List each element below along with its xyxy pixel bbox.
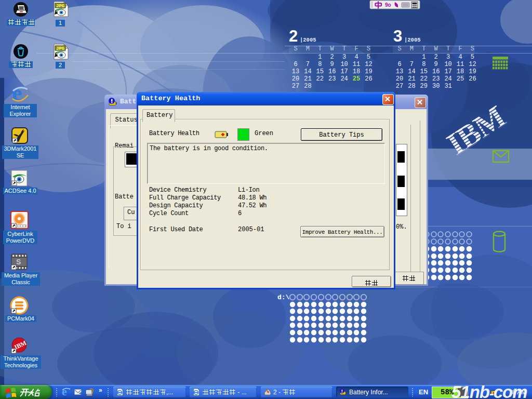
svg-text:|2005: |2005 xyxy=(300,37,316,43)
svg-text:2: 2 xyxy=(434,54,438,61)
svg-text:7: 7 xyxy=(306,61,310,68)
svg-text:16: 16 xyxy=(328,68,336,75)
svg-text:22: 22 xyxy=(420,75,428,83)
svg-text:10: 10 xyxy=(444,61,451,68)
svg-text:28: 28 xyxy=(304,83,311,90)
svg-text:19: 19 xyxy=(469,68,476,75)
svg-text:13: 13 xyxy=(292,68,299,75)
svg-text:14: 14 xyxy=(408,68,415,75)
svg-text:2: 2 xyxy=(330,54,334,61)
svg-text:23: 23 xyxy=(432,75,440,83)
svg-text:4: 4 xyxy=(458,54,462,61)
svg-text:15: 15 xyxy=(316,68,324,75)
svg-text:6: 6 xyxy=(397,61,401,68)
svg-text:6: 6 xyxy=(294,61,297,68)
svg-text:5: 5 xyxy=(367,54,370,61)
svg-text:JPG: JPG xyxy=(56,46,64,51)
svg-text:7: 7 xyxy=(410,61,414,68)
svg-text:18: 18 xyxy=(457,68,464,75)
svg-text:26: 26 xyxy=(469,75,476,83)
svg-text:25: 25 xyxy=(353,75,360,83)
svg-text:22: 22 xyxy=(316,75,324,83)
svg-text:28: 28 xyxy=(408,83,415,90)
svg-text:5: 5 xyxy=(471,54,474,61)
svg-text:1: 1 xyxy=(422,54,425,61)
svg-text:18: 18 xyxy=(353,68,360,75)
svg-text:19: 19 xyxy=(365,68,372,75)
svg-text:3: 3 xyxy=(393,27,402,45)
svg-text:21: 21 xyxy=(408,75,415,83)
svg-text:23: 23 xyxy=(328,75,336,83)
svg-text:25: 25 xyxy=(457,75,464,83)
svg-text:8: 8 xyxy=(422,61,425,68)
svg-text:1: 1 xyxy=(318,54,322,61)
svg-text:JPG: JPG xyxy=(56,4,64,9)
svg-text:27: 27 xyxy=(396,83,403,90)
svg-text:|2005: |2005 xyxy=(404,37,421,43)
svg-text:11: 11 xyxy=(353,61,360,68)
svg-text:12: 12 xyxy=(365,61,372,68)
svg-text:20: 20 xyxy=(292,75,299,83)
svg-text:24: 24 xyxy=(340,75,348,83)
svg-text:27: 27 xyxy=(292,83,299,90)
svg-text:9o: 9o xyxy=(385,2,391,8)
svg-text:d:\: d:\ xyxy=(277,294,290,301)
svg-text:S: S xyxy=(16,258,21,266)
svg-text:10: 10 xyxy=(340,61,348,68)
svg-text:17: 17 xyxy=(444,68,451,75)
svg-text:29: 29 xyxy=(420,83,428,90)
svg-text:13: 13 xyxy=(396,68,403,75)
svg-text:8: 8 xyxy=(318,61,322,68)
svg-text:9: 9 xyxy=(434,61,438,68)
svg-text:30: 30 xyxy=(432,83,440,90)
svg-text:21: 21 xyxy=(304,75,311,83)
svg-text:14: 14 xyxy=(304,68,311,75)
svg-text:24: 24 xyxy=(444,75,451,83)
svg-text:31: 31 xyxy=(444,83,451,90)
svg-text:2: 2 xyxy=(289,27,298,45)
svg-text:20: 20 xyxy=(396,75,403,83)
svg-text:4: 4 xyxy=(354,54,358,61)
svg-text:12: 12 xyxy=(469,61,476,68)
svg-text:26: 26 xyxy=(365,75,372,83)
svg-text:9: 9 xyxy=(330,61,334,68)
svg-text:17: 17 xyxy=(340,68,348,75)
svg-text:3: 3 xyxy=(342,54,346,61)
svg-text:15: 15 xyxy=(420,68,428,75)
svg-text:3: 3 xyxy=(446,54,450,61)
svg-text:11: 11 xyxy=(457,61,464,68)
svg-text:16: 16 xyxy=(432,68,440,75)
